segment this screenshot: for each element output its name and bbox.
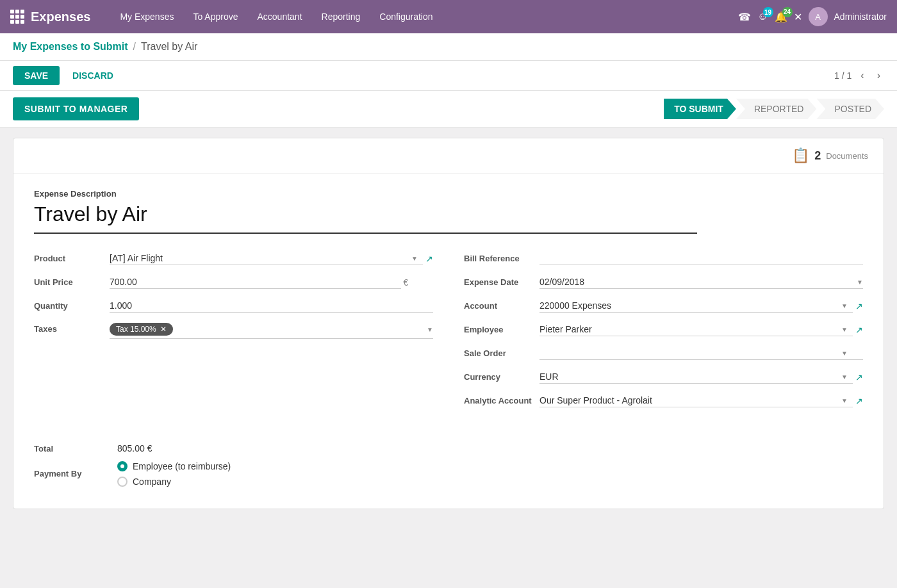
unit-price-input[interactable] xyxy=(110,275,401,289)
nav-configuration[interactable]: Configuration xyxy=(372,8,440,26)
product-external-link[interactable]: ↗ xyxy=(425,254,433,264)
employee-select[interactable]: Pieter Parker xyxy=(539,323,853,336)
status-step-to-submit: TO SUBMIT xyxy=(664,99,736,119)
taxes-dropdown-arrow[interactable]: ▼ xyxy=(427,326,433,333)
employee-label: Employee xyxy=(464,325,534,334)
chat-badge: 19 xyxy=(763,7,773,17)
currency-field: Currency EUR ▼ ↗ xyxy=(464,370,863,384)
sale-order-field: Sale Order ▼ xyxy=(464,347,863,360)
account-label: Account xyxy=(464,301,534,311)
grid-icon xyxy=(10,10,24,24)
total-value: 805.00 € xyxy=(117,443,152,453)
main-content: 📋 2 Documents Expense Description Travel… xyxy=(0,127,897,519)
documents-label: Documents xyxy=(826,151,868,161)
quantity-field: Quantity xyxy=(34,299,433,313)
breadcrumb-parent[interactable]: My Expenses to Submit xyxy=(13,41,128,53)
date-dropdown-arrow: ▼ xyxy=(857,279,863,286)
expense-card: 📋 2 Documents Expense Description Travel… xyxy=(13,138,884,509)
chat-icon[interactable]: ☺ 19 xyxy=(757,11,768,22)
employee-select-wrap: Pieter Parker ▼ ↗ xyxy=(539,323,863,336)
employee-external-link[interactable]: ↗ xyxy=(855,325,863,335)
unit-price-field: Unit Price € xyxy=(34,275,433,289)
product-select[interactable]: [AT] Air Flight xyxy=(110,252,423,265)
account-field: Account 220000 Expenses ▼ ↗ xyxy=(464,299,863,313)
bill-reference-input[interactable] xyxy=(539,252,863,265)
sale-order-select[interactable] xyxy=(539,347,863,360)
prev-button[interactable]: ‹ xyxy=(857,69,868,83)
action-bar: SAVE DISCARD 1 / 1 ‹ › xyxy=(0,61,897,91)
save-button[interactable]: SAVE xyxy=(13,66,60,85)
nav-to-approve[interactable]: To Approve xyxy=(185,8,245,26)
documents-icon: 📋 xyxy=(792,147,809,164)
total-section: Total 805.00 € Payment By Employee (to r… xyxy=(13,433,884,487)
analytic-account-label: Analytic Account xyxy=(464,396,534,405)
form-body: Expense Description Travel by Air Produc… xyxy=(13,174,884,433)
discard-button[interactable]: DISCARD xyxy=(66,66,120,85)
documents-header: 📋 2 Documents xyxy=(13,138,884,174)
payment-radio-group: Employee (to reimburse) Company xyxy=(117,461,231,487)
unit-price-label: Unit Price xyxy=(34,277,104,287)
next-button[interactable]: › xyxy=(873,69,884,83)
currency-select-wrap: EUR ▼ ↗ xyxy=(539,370,863,384)
main-nav: My Expenses To Approve Accountant Report… xyxy=(112,8,723,26)
expense-date-label: Expense Date xyxy=(464,277,534,287)
product-label: Product xyxy=(34,254,104,263)
product-field: Product [AT] Air Flight ▼ ↗ xyxy=(34,252,433,265)
avatar: A xyxy=(809,7,828,26)
total-label: Total xyxy=(34,444,117,453)
payment-employee-label: Employee (to reimburse) xyxy=(133,461,231,471)
expense-date-wrap: ▼ xyxy=(539,275,863,289)
analytic-select[interactable]: Our Super Product - Agrolait xyxy=(539,394,853,407)
phone-icon[interactable]: ☎ xyxy=(738,11,751,23)
currency-select[interactable]: EUR xyxy=(539,370,853,384)
employee-field: Employee Pieter Parker ▼ ↗ xyxy=(464,323,863,336)
payment-company-option[interactable]: Company xyxy=(117,477,231,487)
sale-order-label: Sale Order xyxy=(464,348,534,358)
topnav: Expenses My Expenses To Approve Accounta… xyxy=(0,0,897,33)
currency-external-link[interactable]: ↗ xyxy=(855,372,863,382)
radio-company-empty xyxy=(117,477,128,487)
nav-accountant[interactable]: Accountant xyxy=(250,8,310,26)
breadcrumb-current: Travel by Air xyxy=(141,41,197,53)
product-select-wrap: [AT] Air Flight ▼ ↗ xyxy=(110,252,433,265)
tax-remove-icon[interactable]: ✕ xyxy=(160,325,167,334)
nav-reporting[interactable]: Reporting xyxy=(314,8,368,26)
breadcrumb-separator: / xyxy=(133,41,136,53)
account-external-link[interactable]: ↗ xyxy=(855,301,863,311)
payment-employee-option[interactable]: Employee (to reimburse) xyxy=(117,461,231,471)
status-bar: SUBMIT TO MANAGER TO SUBMIT REPORTED POS… xyxy=(0,91,897,127)
admin-label: Administrator xyxy=(834,12,887,22)
taxes-label: Taxes xyxy=(34,324,104,334)
tax-badge-text: Tax 15.00% xyxy=(116,325,156,334)
payment-company-label: Company xyxy=(133,477,171,487)
topnav-right: ☎ ☺ 19 🔔 24 ✕ A Administrator xyxy=(738,7,887,26)
total-row: Total 805.00 € xyxy=(34,443,863,453)
sale-order-select-wrap: ▼ xyxy=(539,347,863,360)
analytic-external-link[interactable]: ↗ xyxy=(855,396,863,406)
documents-count: 2 xyxy=(814,149,821,163)
status-step-posted: POSTED xyxy=(816,99,884,119)
documents-button[interactable]: 📋 2 Documents xyxy=(792,147,868,164)
status-step-reported: REPORTED xyxy=(736,99,817,119)
radio-employee-filled xyxy=(117,461,128,471)
taxes-input-wrap: Tax 15.00% ✕ ▼ xyxy=(110,323,433,339)
close-icon[interactable]: ✕ xyxy=(794,11,802,23)
payment-label: Payment By xyxy=(34,469,117,478)
status-steps: TO SUBMIT REPORTED POSTED xyxy=(664,99,884,119)
nav-my-expenses[interactable]: My Expenses xyxy=(112,8,181,26)
app-title: Expenses xyxy=(31,10,90,24)
expense-title-field[interactable]: Travel by Air xyxy=(34,202,697,234)
unit-price-currency: € xyxy=(404,277,409,288)
expense-date-input[interactable] xyxy=(539,275,854,288)
quantity-input[interactable] xyxy=(110,299,433,313)
form-col-right: Bill Reference Expense Date ▼ Account xyxy=(464,252,863,418)
payment-row: Payment By Employee (to reimburse) Compa… xyxy=(34,460,863,487)
notification-badge: 24 xyxy=(782,7,793,17)
currency-label: Currency xyxy=(464,372,534,382)
notification-icon[interactable]: 🔔 24 xyxy=(775,11,787,23)
expense-description-label: Expense Description xyxy=(34,189,863,199)
submit-to-manager-button[interactable]: SUBMIT TO MANAGER xyxy=(13,97,139,120)
quantity-label: Quantity xyxy=(34,301,104,311)
account-select[interactable]: 220000 Expenses xyxy=(539,299,853,313)
analytic-select-wrap: Our Super Product - Agrolait ▼ ↗ xyxy=(539,394,863,407)
